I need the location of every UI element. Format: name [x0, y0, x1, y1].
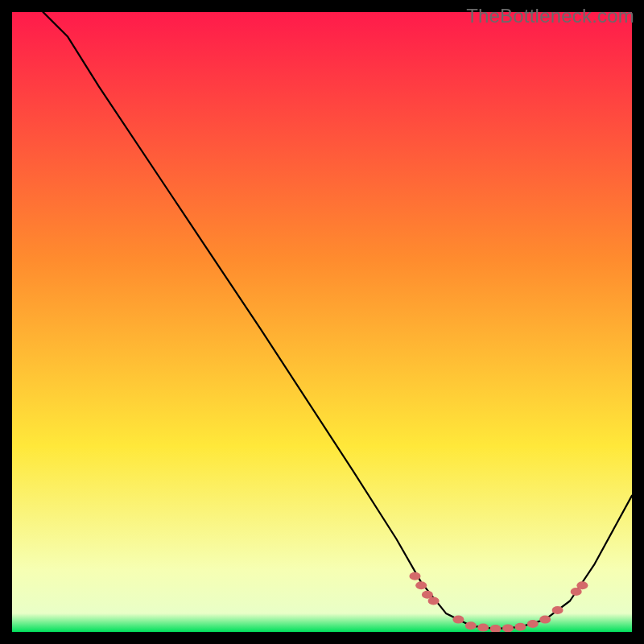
- data-marker: [576, 581, 588, 589]
- data-marker: [552, 606, 564, 614]
- chart-frame: TheBottleneck.com: [0, 0, 644, 644]
- data-marker: [527, 620, 539, 628]
- plot-area: [12, 12, 632, 632]
- data-marker: [452, 616, 464, 624]
- data-marker: [514, 623, 526, 631]
- data-marker: [415, 581, 427, 589]
- data-marker: [428, 597, 440, 605]
- gradient-background: [12, 12, 632, 632]
- data-marker: [539, 616, 551, 624]
- watermark-text: TheBottleneck.com: [466, 5, 634, 27]
- data-marker: [465, 621, 477, 630]
- data-marker: [477, 624, 489, 632]
- data-marker: [502, 624, 514, 632]
- plot-svg: [12, 12, 632, 632]
- data-marker: [410, 572, 421, 580]
